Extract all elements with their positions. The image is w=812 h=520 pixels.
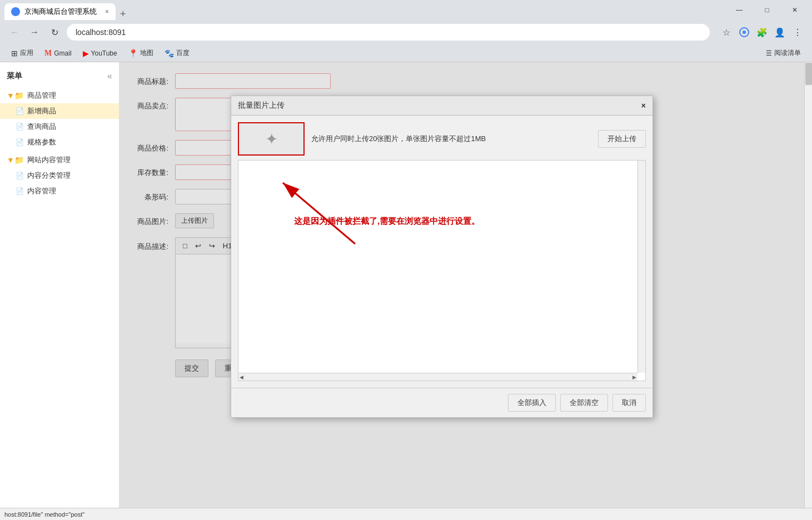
sidebar-item-specs[interactable]: 📄 规格参数 (0, 134, 119, 150)
annotation-text: 这是因为插件被拦截了,需要在浏览器中进行设置。 (294, 216, 480, 227)
close-button[interactable]: ✕ (782, 1, 808, 19)
new-tab-button[interactable]: + (116, 8, 131, 20)
annotation-arrow (266, 172, 377, 255)
preview-scrollbar-horizontal[interactable]: ◀ ▶ (238, 373, 637, 381)
window-controls: — □ ✕ (726, 1, 808, 19)
sidebar-item-content-category[interactable]: 📄 内容分类管理 (0, 168, 119, 183)
bookmark-maps[interactable]: 📍 地图 (124, 47, 158, 59)
doc-icon-5: 📄 (16, 187, 24, 195)
reload-button[interactable]: ↻ (47, 24, 62, 40)
menu-icon[interactable]: ⋮ (790, 24, 805, 40)
bookmark-apps[interactable]: ⊞ 应用 (7, 47, 38, 59)
gmail-icon: M (44, 49, 52, 58)
sidebar-group-content-header[interactable]: ▼📁 网站内容管理 (0, 152, 119, 168)
scroll-thumb (805, 63, 812, 85)
right-scrollbar[interactable] (804, 62, 812, 508)
preview-scrollbar-vertical[interactable] (637, 161, 645, 373)
sidebar-item-content-manage[interactable]: 📄 内容管理 (0, 183, 119, 199)
minimize-button[interactable]: — (726, 1, 752, 19)
tab-favicon (11, 7, 20, 16)
title-bar: 京淘商城后台管理系统 × + — □ ✕ (0, 0, 812, 20)
bookmark-apps-label: 应用 (20, 48, 33, 58)
sidebar-item-specs-label: 规格参数 (27, 137, 56, 147)
maps-icon: 📍 (128, 49, 138, 58)
doc-icon-1: 📄 (16, 107, 24, 115)
bookmark-gmail[interactable]: M Gmail (40, 48, 76, 59)
youtube-icon: ▶ (83, 49, 89, 58)
sidebar-group-content-label: 网站内容管理 (27, 155, 71, 165)
bookmarks-bar: ⊞ 应用 M Gmail ▶ YouTube 📍 地图 🐾 百度 ☰ 阅读清单 (0, 44, 812, 62)
sidebar-item-query-product-label: 查询商品 (27, 122, 56, 132)
doc-icon-3: 📄 (16, 138, 24, 146)
sidebar-item-content-manage-label: 内容管理 (27, 186, 56, 196)
insert-all-btn[interactable]: 全部插入 (508, 394, 556, 412)
doc-icon-2: 📄 (16, 123, 24, 131)
modal-title: 批量图片上传 (238, 101, 285, 111)
profile-icon[interactable]: 👤 (772, 24, 788, 40)
toolbar-icons: ☆ 🧩 👤 ⋮ (719, 24, 805, 40)
modal-close-btn[interactable]: × (641, 101, 646, 110)
status-bar: host:8091/file" method="post" (0, 508, 812, 520)
sidebar-header: 菜单 « (0, 67, 119, 86)
star-icon[interactable]: ☆ (719, 24, 734, 40)
sidebar-group-products-header[interactable]: ▼📁 商品管理 (0, 88, 119, 103)
forward-button[interactable]: → (27, 24, 42, 40)
folder-open-icon-2: ▼📁 (7, 156, 24, 164)
sidebar-item-content-category-label: 内容分类管理 (27, 171, 71, 181)
upload-header: ✦ 允许用户同时上传20张图片，单张图片容量不超过1MB 开始上传 (238, 122, 646, 156)
sidebar-title: 菜单 (7, 71, 22, 81)
scroll-left-arrow: ◀ (240, 374, 243, 380)
baidu-icon: 🐾 (165, 49, 174, 58)
back-button[interactable]: ← (7, 24, 22, 40)
plugin-blocked-icon: ✦ (265, 130, 278, 148)
reader-icon: ☰ (766, 49, 772, 57)
svg-line-4 (283, 183, 355, 244)
bookmark-baidu[interactable]: 🐾 百度 (160, 47, 194, 59)
modal-overlay: 批量图片上传 × ✦ 允许用户同时上传20张图片，单张图片容量不超过1MB 开始… (119, 62, 804, 508)
status-text: host:8091/file" method="post" (4, 511, 84, 518)
sidebar-group-content: ▼📁 网站内容管理 📄 内容分类管理 📄 内容管理 (0, 152, 119, 199)
clear-all-btn[interactable]: 全部清空 (560, 394, 608, 412)
maximize-button[interactable]: □ (754, 1, 780, 19)
tab-close-btn[interactable]: × (105, 8, 109, 16)
sidebar-collapse-btn[interactable]: « (107, 71, 112, 81)
start-upload-btn[interactable]: 开始上传 (598, 130, 646, 148)
plugin-blocked-area[interactable]: ✦ (238, 122, 305, 156)
preview-area: 这是因为插件被拦截了,需要在浏览器中进行设置。 ◀ ▶ (238, 160, 646, 381)
sidebar-group-products: ▼📁 商品管理 📄 新增商品 📄 查询商品 📄 规格参数 (0, 88, 119, 150)
sidebar-item-query-product[interactable]: 📄 查询商品 (0, 119, 119, 134)
address-bar: ← → ↻ ☆ 🧩 👤 ⋮ (0, 20, 812, 44)
doc-icon-4: 📄 (16, 172, 24, 179)
reader-view-btn[interactable]: ☰ 阅读清单 (761, 47, 805, 59)
modal-body: ✦ 允许用户同时上传20张图片，单张图片容量不超过1MB 开始上传 (231, 116, 652, 388)
bookmark-baidu-label: 百度 (176, 48, 190, 58)
tab-title: 京淘商城后台管理系统 (24, 7, 97, 17)
bookmark-maps-label: 地图 (140, 48, 153, 58)
svg-point-0 (13, 9, 18, 14)
page-content: 商品标题: 商品卖点: 商品价格: 库存数量: 条形码: 商品图片: 上传 (119, 62, 804, 508)
scroll-right-arrow: ▶ (632, 374, 636, 380)
sidebar-group-products-label: 商品管理 (27, 91, 56, 101)
content-area: 菜单 « ▼📁 商品管理 📄 新增商品 📄 查询商品 📄 (0, 62, 812, 508)
sidebar-item-add-product-label: 新增商品 (27, 106, 56, 116)
modal-header: 批量图片上传 × (231, 96, 652, 116)
upload-hint-text: 允许用户同时上传20张图片，单张图片容量不超过1MB (311, 134, 591, 144)
folder-open-icon: ▼📁 (7, 91, 24, 100)
chrome-icon[interactable] (736, 24, 752, 40)
bookmark-youtube[interactable]: ▶ YouTube (78, 48, 122, 59)
cancel-btn[interactable]: 取消 (612, 394, 646, 412)
active-tab[interactable]: 京淘商城后台管理系统 × (4, 3, 116, 20)
reader-view-label: 阅读清单 (774, 48, 801, 58)
sidebar-item-add-product[interactable]: 📄 新增商品 (0, 103, 119, 119)
modal-dialog: 批量图片上传 × ✦ 允许用户同时上传20张图片，单张图片容量不超过1MB 开始… (231, 96, 653, 418)
tab-area: 京淘商城后台管理系统 × + (4, 0, 722, 20)
apps-icon: ⊞ (11, 49, 18, 58)
modal-footer: 全部插入 全部清空 取消 (231, 388, 652, 417)
bookmark-youtube-label: YouTube (91, 49, 117, 57)
extensions-icon[interactable]: 🧩 (754, 24, 770, 40)
svg-point-2 (743, 31, 746, 34)
bookmark-gmail-label: Gmail (54, 49, 71, 57)
address-input[interactable] (67, 24, 710, 41)
sidebar: 菜单 « ▼📁 商品管理 📄 新增商品 📄 查询商品 📄 (0, 62, 119, 508)
